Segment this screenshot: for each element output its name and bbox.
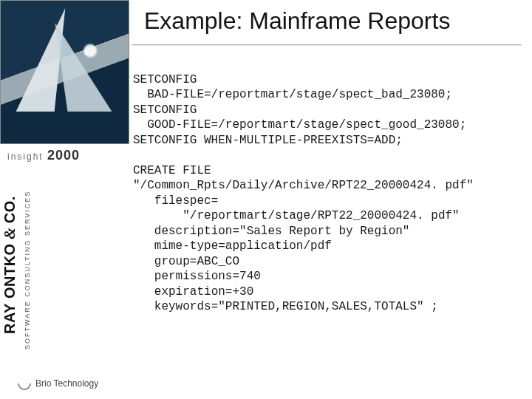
- brio-text: Brio Technology: [35, 378, 98, 389]
- insight-label: insight: [7, 151, 44, 162]
- insight-2000-logo: insight 2000: [7, 148, 80, 163]
- title-underline: [132, 44, 522, 45]
- slide-title: Example: Mainframe Reports: [144, 7, 514, 35]
- sailboat-photo: [0, 0, 129, 144]
- insight-year: 2000: [47, 148, 80, 163]
- swirl-icon: [15, 374, 33, 392]
- code-block: SETCONFIG BAD-FILE=/reportmart/stage/spe…: [133, 72, 521, 315]
- company-tagline: SOFTWARE CONSULTING SERVICES: [24, 239, 31, 349]
- company-logo: RAY ONTKO & CO. SOFTWARE CONSULTING SERV…: [6, 171, 117, 196]
- left-graphic-strip: insight 2000 RAY ONTKO & CO. SOFTWARE CO…: [0, 0, 118, 399]
- brio-logo: Brio Technology: [18, 377, 98, 390]
- company-name: RAY ONTKO & CO.: [1, 223, 18, 334]
- slide: insight 2000 RAY ONTKO & CO. SOFTWARE CO…: [0, 0, 532, 399]
